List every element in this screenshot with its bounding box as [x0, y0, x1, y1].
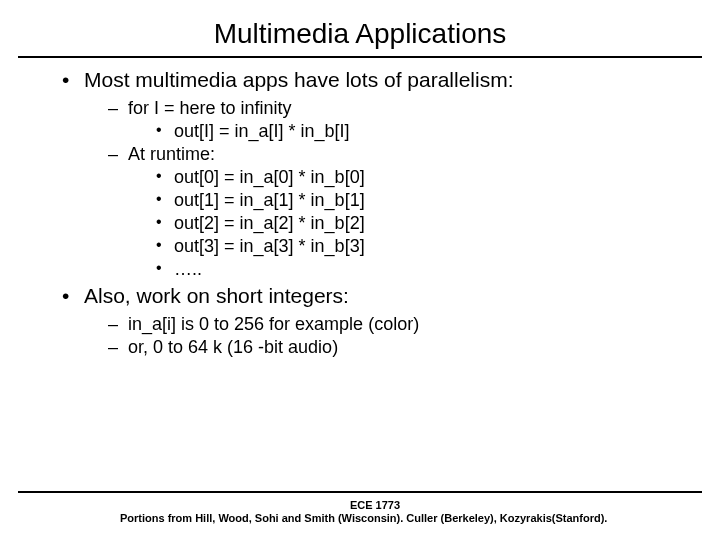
- footer-credits: Portions from Hill, Wood, Sohi and Smith…: [120, 512, 630, 526]
- bullet-1-text: Most multimedia apps have lots of parall…: [84, 68, 514, 91]
- bullet-1-1: for I = here to infinity out[I] = in_a[I…: [106, 98, 680, 142]
- slide-content: Most multimedia apps have lots of parall…: [0, 68, 720, 358]
- bullet-2-text: Also, work on short integers:: [84, 284, 349, 307]
- bullet-1-1-text: for I = here to infinity: [128, 98, 292, 118]
- bullet-1: Most multimedia apps have lots of parall…: [56, 68, 680, 280]
- bullet-1-2-4: out[3] = in_a[3] * in_b[3]: [154, 236, 680, 257]
- bullet-1-2-5: …..: [154, 259, 680, 280]
- bullet-2-2: or, 0 to 64 k (16 -bit audio): [106, 337, 680, 358]
- bullet-1-1-1: out[I] = in_a[I] * in_b[I]: [154, 121, 680, 142]
- bullet-1-2-3: out[2] = in_a[2] * in_b[2]: [154, 213, 680, 234]
- title-divider: [18, 56, 702, 58]
- bullet-2: Also, work on short integers: in_a[i] is…: [56, 284, 680, 358]
- bullet-1-2: At runtime: out[0] = in_a[0] * in_b[0] o…: [106, 144, 680, 280]
- bullet-2-1: in_a[i] is 0 to 256 for example (color): [106, 314, 680, 335]
- footer: ECE 1773 Portions from Hill, Wood, Sohi …: [0, 491, 720, 527]
- slide-title: Multimedia Applications: [0, 0, 720, 56]
- footer-divider: [18, 491, 702, 493]
- bullet-1-2-2: out[1] = in_a[1] * in_b[1]: [154, 190, 680, 211]
- bullet-1-2-text: At runtime:: [128, 144, 215, 164]
- footer-course: ECE 1773: [120, 499, 630, 513]
- bullet-1-2-1: out[0] = in_a[0] * in_b[0]: [154, 167, 680, 188]
